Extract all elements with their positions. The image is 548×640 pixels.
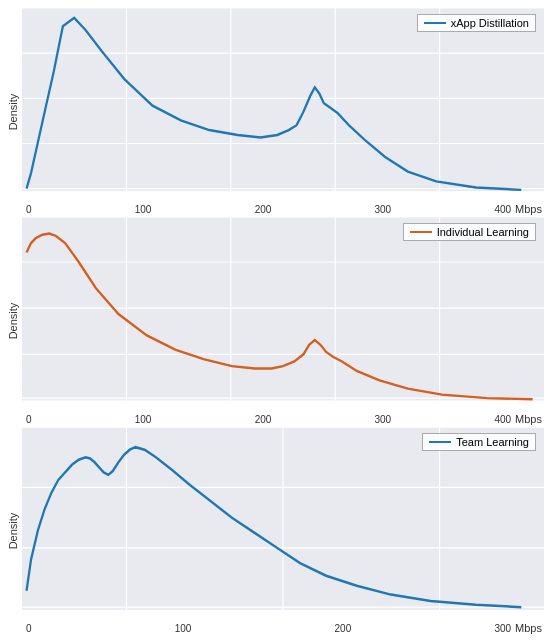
chart-area-1: 0.006 0.004 0.002 0.000 xApp Distillatio… [22, 8, 544, 215]
chart-area-2: 0.015 0.010 0.005 0.000 Individual Learn… [22, 217, 544, 424]
svg-chart-2: 0.015 0.010 0.005 0.000 [22, 217, 544, 412]
x-ticks-1: 0 100 200 300 400 [22, 203, 515, 215]
svg-rect-0 [22, 8, 544, 191]
legend-1: xApp Distillation [417, 14, 536, 32]
x-unit-2: Mbps [515, 413, 544, 425]
legend-label-1: xApp Distillation [451, 17, 529, 29]
x-ticks-2: 0 100 200 300 400 [22, 413, 515, 425]
legend-3: Team Learning [422, 433, 536, 451]
legend-line-1 [424, 22, 446, 24]
chart-individual: Density 0.015 0.010 0.005 0.000 [4, 217, 544, 424]
x-unit-1: Mbps [515, 203, 544, 215]
svg-chart-1: 0.006 0.004 0.002 0.000 [22, 8, 544, 203]
charts-container: Density 0.006 0.004 0.002 0.00 [0, 0, 548, 640]
legend-line-3 [429, 441, 451, 443]
x-axis-row-1: 0 100 200 300 400 Mbps [22, 203, 544, 215]
x-axis-row-3: 0 100 200 300 Mbps [22, 622, 544, 634]
x-unit-3: Mbps [515, 622, 544, 634]
y-label-2: Density [4, 217, 22, 424]
svg-chart-3: 0.010 0.005 0.000 [22, 427, 544, 622]
x-ticks-3: 0 100 200 300 [22, 622, 515, 634]
x-axis-row-2: 0 100 200 300 400 Mbps [22, 413, 544, 425]
chart-xapp: Density 0.006 0.004 0.002 0.00 [4, 8, 544, 215]
chart-area-3: 0.010 0.005 0.000 Team Learning 0 100 20… [22, 427, 544, 634]
legend-2: Individual Learning [403, 223, 536, 241]
y-label-3: Density [4, 427, 22, 634]
y-label-1: Density [4, 8, 22, 215]
legend-label-2: Individual Learning [437, 226, 529, 238]
legend-line-2 [410, 231, 432, 233]
chart-team: Density 0.010 0.005 0.000 [4, 427, 544, 634]
legend-label-3: Team Learning [456, 436, 529, 448]
